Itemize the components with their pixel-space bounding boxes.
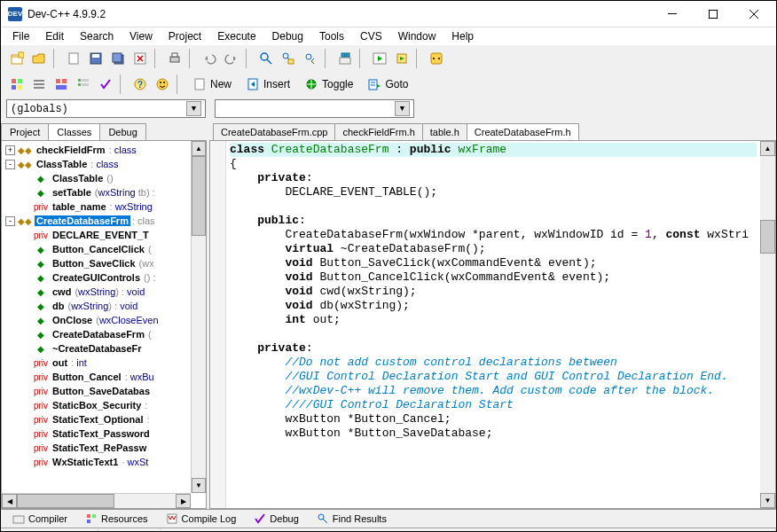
code-line[interactable]: CreateDatabaseFrm(wxWindow *parent, wxWi… <box>230 228 757 242</box>
code-line[interactable]: void cwd(wxString); <box>230 285 757 299</box>
view-detail-icon[interactable] <box>73 74 93 94</box>
code-line[interactable]: void Button_CancelClick(wxCommandEvent& … <box>230 270 757 285</box>
gutter[interactable] <box>210 141 226 508</box>
tree-item[interactable]: privout: int <box>4 356 204 370</box>
code-line[interactable]: public: <box>230 214 757 228</box>
new-project-icon[interactable] <box>6 48 27 68</box>
tree-item[interactable]: ◆CreateDatabaseFrm( <box>4 327 204 341</box>
debug-icon[interactable] <box>426 48 446 68</box>
code-line[interactable]: //GUI Control Declaration Start and GUI … <box>230 370 757 384</box>
redo-icon[interactable] <box>221 48 241 68</box>
toggle-button[interactable]: Toggle <box>298 74 359 94</box>
find-next-icon[interactable] <box>300 48 320 68</box>
editor-tab[interactable]: table.h <box>422 123 467 140</box>
menu-file[interactable]: File <box>4 28 37 44</box>
tree-item[interactable]: privStaticText_RePassw <box>4 441 204 455</box>
output-tab-compile-log[interactable]: Compile Log <box>158 510 245 528</box>
menu-view[interactable]: View <box>122 28 161 44</box>
code-line[interactable]: private: <box>230 341 757 356</box>
print-icon[interactable] <box>164 48 184 68</box>
code-line[interactable]: void Button_SaveClick(wxCommandEvent& ev… <box>230 256 757 270</box>
check-icon[interactable] <box>95 74 115 94</box>
code-line[interactable]: { <box>230 157 757 171</box>
tree-item[interactable]: -◆◆CreateDatabaseFrm: clas <box>4 214 204 228</box>
output-tab-debug[interactable]: Debug <box>246 510 306 528</box>
scope-combo[interactable]: (globals)▼ <box>6 99 206 118</box>
code-line[interactable]: int out; <box>230 313 757 327</box>
editor-vscrollbar[interactable]: ▲ ▼ <box>760 141 775 508</box>
tree-expand-icon[interactable]: - <box>5 216 15 226</box>
menu-project[interactable]: Project <box>161 28 209 44</box>
scroll-down-icon[interactable]: ▼ <box>760 493 775 508</box>
code-line[interactable]: wxButton *Button_SaveDatabase; <box>230 426 757 441</box>
menu-execute[interactable]: Execute <box>209 28 263 44</box>
tree-item[interactable]: ◆Button_CancelClick( <box>4 242 204 256</box>
tree-item[interactable]: -◆◆ClassTable: class <box>4 157 204 171</box>
tree-item[interactable]: privStaticBox_Security: <box>4 398 204 412</box>
minimize-button[interactable] <box>652 2 693 27</box>
menu-debug[interactable]: Debug <box>264 28 311 44</box>
code-line[interactable]: //wxDev-C++ will remove them. Add custom… <box>230 384 757 398</box>
scroll-thumb[interactable] <box>760 220 775 254</box>
tree-item[interactable]: ◆cwd(wxString) : void <box>4 285 204 299</box>
scroll-down-icon[interactable]: ▼ <box>192 478 206 493</box>
output-tab-resources[interactable]: Resources <box>77 510 156 528</box>
tree-item[interactable]: privStaticText_Password <box>4 426 204 441</box>
output-tab-compiler[interactable]: Compiler <box>4 510 75 528</box>
tree-item[interactable]: privButton_SaveDatabas <box>4 384 204 398</box>
tree-item[interactable]: +◆◆checkFieldFrm: class <box>4 143 204 157</box>
scroll-left-icon[interactable]: ◀ <box>2 494 17 508</box>
undo-icon[interactable] <box>199 48 219 68</box>
symbol-combo[interactable]: ▼ <box>215 99 414 118</box>
tree-item[interactable]: ◆~CreateDatabaseFr <box>4 341 204 356</box>
tree-vscrollbar[interactable]: ▲ ▼ <box>191 141 206 493</box>
close-button[interactable] <box>734 2 774 27</box>
compile-icon[interactable] <box>334 48 355 68</box>
insert-button[interactable]: Insert <box>239 74 296 94</box>
view-tile-icon[interactable] <box>51 74 71 94</box>
compile-run-icon[interactable] <box>391 48 412 68</box>
scroll-up-icon[interactable]: ▲ <box>760 141 775 156</box>
class-tree[interactable]: +◆◆checkFieldFrm: class-◆◆ClassTable: cl… <box>2 141 206 508</box>
tree-item[interactable]: privtable_name: wxString <box>4 200 204 214</box>
code-line[interactable]: //Do not add custom control declarations… <box>230 356 757 370</box>
tree-item[interactable]: privWxStaticText1· wxSt <box>4 455 204 469</box>
editor-tab[interactable]: CreateDatabaseFrm.cpp <box>213 123 335 140</box>
tree-hscrollbar[interactable]: ◀ ▶ <box>2 493 191 508</box>
tree-item[interactable]: ◆db(wxString) : void <box>4 299 204 313</box>
open-icon[interactable] <box>28 48 49 68</box>
chevron-down-icon[interactable]: ▼ <box>395 101 410 116</box>
menu-help[interactable]: Help <box>443 28 482 44</box>
menu-edit[interactable]: Edit <box>37 28 72 44</box>
tree-item[interactable]: ◆setTable(wxString tb) : <box>4 185 204 200</box>
save-all-icon[interactable] <box>107 48 128 68</box>
replace-icon[interactable] <box>278 48 298 68</box>
save-icon[interactable] <box>85 48 106 68</box>
code-line[interactable] <box>230 327 757 341</box>
output-tab-find-results[interactable]: Find Results <box>309 510 395 528</box>
code-line[interactable]: DECLARE_EVENT_TABLE(); <box>230 185 757 200</box>
chevron-down-icon[interactable]: ▼ <box>186 101 201 116</box>
tree-item[interactable]: ◆Button_SaveClick(wx <box>4 256 204 270</box>
code-line[interactable]: void db(wxString); <box>230 299 757 313</box>
close-file-icon[interactable] <box>130 48 150 68</box>
code-line[interactable]: class CreateDatabaseFrm : public wxFrame <box>230 143 757 157</box>
find-icon[interactable] <box>255 48 276 68</box>
tree-item[interactable]: privStaticText_Optional: <box>4 412 204 426</box>
menu-cvs[interactable]: CVS <box>352 28 390 44</box>
view-list-icon[interactable] <box>28 74 49 94</box>
code-line[interactable]: ////GUI Control Declaration Start <box>230 398 757 412</box>
run-icon[interactable] <box>369 48 389 68</box>
project-tab-project[interactable]: Project <box>1 123 49 140</box>
scroll-thumb[interactable] <box>192 156 206 236</box>
view-grid-icon[interactable] <box>6 74 27 94</box>
tree-item[interactable]: ◆ClassTable() <box>4 171 204 185</box>
project-tab-debug[interactable]: Debug <box>99 123 145 140</box>
scroll-thumb[interactable] <box>17 494 114 508</box>
tree-item[interactable]: ◆OnClose(wxCloseEven <box>4 313 204 327</box>
editor-tab[interactable]: checkFieldFrm.h <box>334 123 422 140</box>
new-button[interactable]: New <box>186 74 238 94</box>
code-line[interactable]: wxButton *Button_Cancel; <box>230 412 757 426</box>
help-icon[interactable]: ? <box>130 74 150 94</box>
menu-window[interactable]: Window <box>390 28 444 44</box>
